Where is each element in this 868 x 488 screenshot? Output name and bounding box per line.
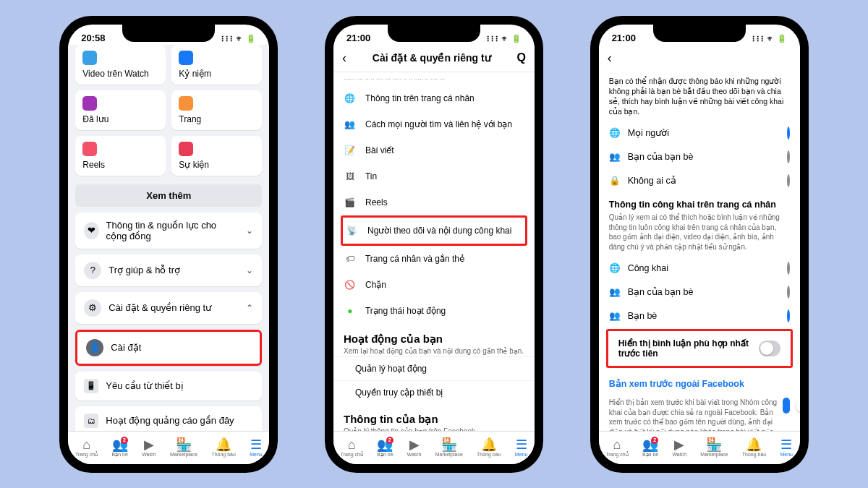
friends-icon: 👥 [609,310,621,321]
chevron-down-icon: ⌄ [246,226,253,236]
nav-notifications[interactable]: 🔔Thông báo [211,438,235,457]
row-followers-public[interactable]: 📡Người theo dõi và nội dung công khai [343,218,525,244]
status-icon: ● [344,304,357,317]
opt-public[interactable]: 🌐Công khai [599,256,800,280]
nav-friends[interactable]: 👥2Bạn bè [377,438,393,458]
heart-icon: ❤ [84,222,98,239]
tile-reels[interactable]: Reels [75,136,166,176]
status-icons: ⋮⋮⋮ ᯤ 🔋 [221,34,256,43]
tile-watch[interactable]: Video trên Watch [75,45,166,85]
row-active-status[interactable]: ●Trạng thái hoạt động [333,298,535,324]
screen-2: 21:00 ⋮⋮⋮ ᯤ 🔋 ‹ Cài đặt & quyền riêng tư… [333,25,535,464]
radio-on [787,309,790,322]
nav-menu[interactable]: ☰Menu [250,438,263,457]
nav-marketplace[interactable]: 🏪Marketplace [170,438,197,457]
toggle-off[interactable] [759,341,780,356]
row-settings-highlighted[interactable]: 👤 Cài đặt [75,330,262,366]
notch [653,24,746,42]
row-device-request[interactable]: 📱 Yêu cầu từ thiết bị [75,372,262,401]
section-your-info: Thông tin của bạn Quản lý thông tin của … [333,404,535,431]
tag-icon: 🏷 [344,252,357,265]
row-find-contact[interactable]: 👥Cách mọi người tìm và liên hệ với bạn [333,111,535,137]
reels-icon: 🎬 [344,196,357,209]
people-icon: 👥 [609,286,621,297]
opt-fof[interactable]: 👥Bạn của bạn bè [599,280,800,304]
nav-watch[interactable]: ▶Watch [407,438,422,457]
clock: 21:00 [612,33,636,43]
nav-marketplace[interactable]: 🏪Marketplace [435,438,463,457]
phone-icon: 📱 [84,379,98,393]
opt-friends-of-friends[interactable]: 👥Bạn của bạn bè [599,145,800,168]
opt-everyone[interactable]: 🌐Mọi người [599,121,800,145]
row-stories[interactable]: 🖼Tin [333,163,535,189]
nav-watch[interactable]: ▶Watch [142,438,156,457]
nav-friends[interactable]: 👥2Bạn bè [112,438,128,458]
store-icon: 🏪 [176,438,192,451]
nav-home[interactable]: ⌂Trang chủ [341,438,363,458]
tile-pages[interactable]: Trang [171,90,262,130]
truncated-text: ······ ···· ·· ·· ···· ··· ····· ·· ·· ·… [333,72,535,85]
row-device-access[interactable]: Quyền truy cập thiết bị [333,380,535,404]
section-desc: Quản lý xem ai có thể thích hoặc bình lu… [599,211,800,256]
notch [122,24,215,42]
nav-home[interactable]: ⌂Trang chủ [75,438,98,458]
row-manage-activity[interactable]: Quản lý hoạt động [333,356,535,380]
row-settings-privacy[interactable]: ⚙ Cài đặt & quyền riêng tư ⌃ [75,292,262,324]
row-blocking[interactable]: 🚫Chặn [333,272,535,298]
tile-events[interactable]: Sự kiện [171,136,262,176]
settings-list[interactable]: ······ ···· ·· ·· ···· ··· ····· ·· ·· ·… [333,72,535,431]
globe-icon: 🌐 [609,262,621,273]
people-icon: 👥 [344,118,357,131]
menu-content[interactable]: Video trên Watch Kỷ niệm Đã lưu Trang Re… [68,45,269,431]
phone-2: 21:00 ⋮⋮⋮ ᯤ 🔋 ‹ Cài đặt & quyền riêng tư… [325,16,543,473]
nav-notifications[interactable]: 🔔Thông báo [742,438,766,457]
tile-memories[interactable]: Kỷ niệm [171,45,262,85]
bottom-nav: ⌂Trang chủ 👥2Bạn bè ▶Watch 🏪Marketplace … [333,431,535,464]
radio-off [787,174,790,187]
nav-notifications[interactable]: 🔔Thông báo [477,438,501,457]
row-reels[interactable]: 🎬Reels [333,189,535,215]
row-help[interactable]: ? Trợ giúp & hỗ trợ ⌄ [75,254,262,286]
nav-menu[interactable]: ☰Menu [515,438,528,457]
see-more-button[interactable]: Xem thêm [75,184,262,207]
screen-3: 21:00 ⋮⋮⋮ ᯤ 🔋 ‹ Bạn có thể nhận được thô… [599,25,800,464]
description: Bạn có thể nhận được thông báo khi những… [599,72,800,121]
row-preview[interactable]: Hiển thị bản xem trước khi bài viết tron… [599,390,800,430]
followers-settings[interactable]: Bạn có thể nhận được thông báo khi những… [599,72,800,431]
screen-1: 20:58 ⋮⋮⋮ ᯤ 🔋 Video trên Watch Kỷ niệm Đ… [68,25,269,464]
lock-icon: 🔒 [609,175,621,186]
row-profile-tags[interactable]: 🏷Trang cá nhân và gắn thẻ [333,246,535,272]
opt-nobody[interactable]: 🔒Không ai cả [599,168,800,192]
row-show-relevant-comments[interactable]: Hiển thị bình luận phù hợp nhất trước ti… [608,331,791,366]
radio-off [787,262,790,275]
radio-off [787,286,790,299]
nav-menu[interactable]: ☰Menu [780,438,793,457]
row-community[interactable]: ❤ Thông tin & nguồn lực cho cộng đồng ⌄ [75,213,262,249]
section-activity: Hoạt động của bạn Xem lại hoạt động của … [333,324,535,356]
chevron-up-icon: ⌃ [246,303,253,313]
nav-watch[interactable]: ▶Watch [672,438,686,457]
row-posts[interactable]: 📝Bài viết [333,137,535,163]
menu-icon: ☰ [250,438,262,451]
row-profile-info[interactable]: 🌐Thông tin trên trang cá nhân [333,85,535,111]
question-icon: ? [84,262,101,279]
bell-icon: 🔔 [216,438,231,451]
nav-home[interactable]: ⌂Trang chủ [605,438,628,458]
nav-friends[interactable]: 👥2Bạn bè [642,438,658,458]
globe-icon: 🌐 [344,92,357,105]
search-icon[interactable]: Q [517,51,526,64]
tile-saved[interactable]: Đã lưu [75,90,166,130]
toggle-on[interactable] [783,398,789,414]
gear-icon: ⚙ [84,299,101,317]
phone-1: 20:58 ⋮⋮⋮ ᯤ 🔋 Video trên Watch Kỷ niệm Đ… [59,16,278,473]
bottom-nav: ⌂Trang chủ 👥2Bạn bè ▶Watch 🏪Marketplace … [68,431,269,464]
row-ad-activity[interactable]: 🗂 Hoạt động quảng cáo gần đây [75,406,262,431]
back-button[interactable]: ‹ [608,51,612,66]
section-public-info: Thông tin công khai trên trang cá nhân [599,192,800,211]
nav-marketplace[interactable]: 🏪Marketplace [700,438,728,457]
chevron-down-icon: ⌄ [246,265,253,275]
page-title: Cài đặt & quyền riêng tư [346,52,517,64]
opt-friends[interactable]: 👥Bạn bè [599,304,800,328]
badge: 2 [121,437,128,444]
picture-icon: 🖼 [344,170,357,183]
